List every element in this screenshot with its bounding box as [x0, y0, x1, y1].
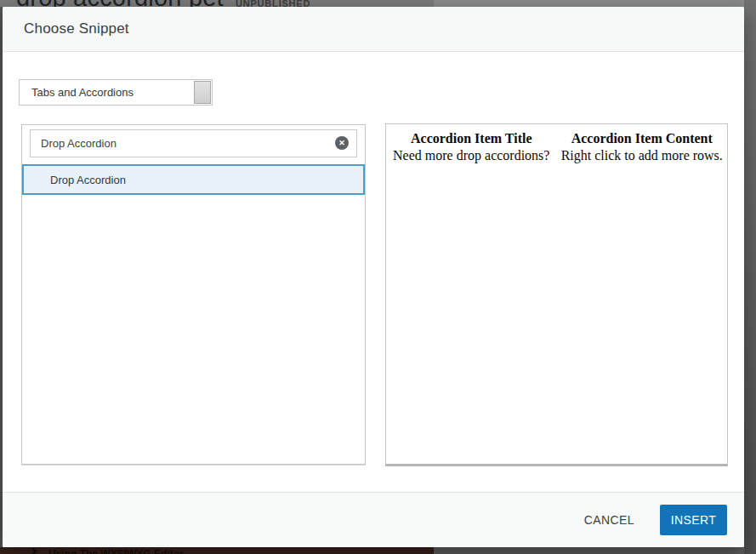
- preview-cell-title: Need more drop accordions?: [386, 147, 557, 164]
- cancel-button[interactable]: CANCEL: [579, 506, 639, 534]
- preview-header-row: Accordion Item Title Accordion Item Cont…: [386, 130, 727, 147]
- snippet-search-input[interactable]: [30, 129, 357, 157]
- list-item-label: Drop Accordion: [50, 174, 126, 186]
- insert-button[interactable]: INSERT: [660, 505, 727, 535]
- list-item-drop-accordion[interactable]: Drop Accordion: [22, 164, 365, 195]
- preview-header-content: Accordion Item Content: [557, 130, 728, 147]
- preview-data-row: Need more drop accordions? Right click t…: [386, 147, 727, 164]
- clear-search-icon[interactable]: ✕: [335, 136, 349, 150]
- accordion-preview-table: Accordion Item Title Accordion Item Cont…: [386, 130, 727, 164]
- snippet-results-list: Drop Accordion: [22, 164, 365, 195]
- sidebar-item-wysiwyg-editor: Using The WYSIWYG Editor: [48, 548, 184, 554]
- page-header-strip: drop accordion pet UNPUBLISHED: [0, 0, 744, 7]
- snippet-category-select[interactable]: Tabs and Accordions: [19, 79, 213, 106]
- preview-header-title: Accordion Item Title: [386, 130, 557, 147]
- preview-cell-content: Right click to add more rows.: [557, 147, 728, 164]
- snippet-preview-panel: Accordion Item Title Accordion Item Cont…: [385, 123, 728, 466]
- chevron-right-icon: [30, 548, 37, 554]
- unpublished-status-badge: UNPUBLISHED: [236, 0, 310, 7]
- page-bottom-strip: Using The WYSIWYG Editor: [0, 547, 744, 554]
- page-title: drop accordion pet: [16, 0, 224, 7]
- choose-snippet-dialog: Choose Snippet Tabs and Accordions ✕ Dro…: [3, 7, 744, 547]
- dialog-footer: CANCEL INSERT: [3, 492, 744, 547]
- dialog-header: Choose Snippet: [3, 7, 744, 52]
- search-field-wrapper: ✕: [30, 129, 357, 157]
- snippet-list-panel: ✕ Drop Accordion: [21, 124, 366, 465]
- dialog-title: Choose Snippet: [24, 20, 129, 37]
- dropdown-button[interactable]: [194, 81, 211, 104]
- backdrop-right-strip: [744, 0, 756, 554]
- selected-category-label: Tabs and Accordions: [20, 86, 194, 99]
